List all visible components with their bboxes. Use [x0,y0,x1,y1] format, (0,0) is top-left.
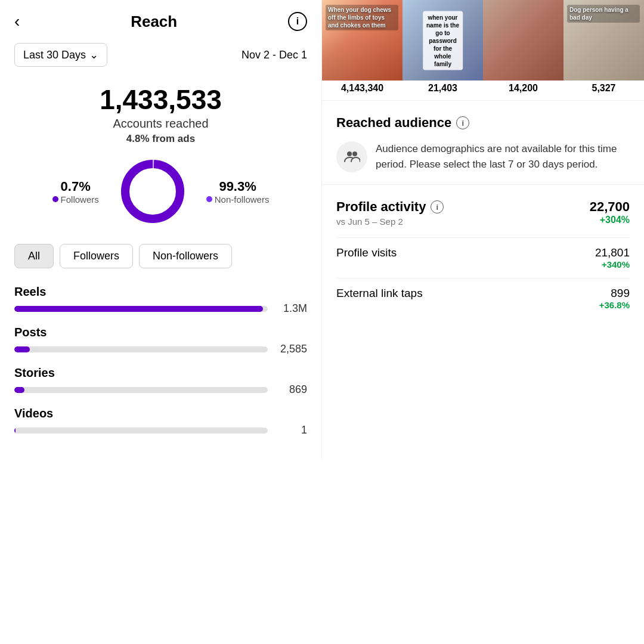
accounts-reached-section: 1,433,533 Accounts reached 4.8% from ads [14,83,307,145]
posts-bar-track [14,346,268,352]
videos-bar-track [14,428,268,434]
posts-label: Posts [14,326,307,339]
svg-point-4 [352,151,357,156]
activity-header: Profile activity i vs Jun 5 – Sep 2 22,7… [336,199,630,227]
filter-tabs: All Followers Non-followers [14,244,307,268]
info-icon[interactable]: i [288,12,307,31]
content-section: Reels 1.3M Posts 2,585 Stories [14,285,307,436]
tab-all[interactable]: All [14,244,54,268]
reached-audience-section: Reached audience i Audience demographics… [322,101,644,185]
videos-label: Videos [14,407,307,420]
post-item-4[interactable]: Dog person having a bad day 5,327 Oct 14 [564,0,644,100]
external-link-taps-pct: +36.8% [599,300,630,310]
content-row-reels: Reels 1.3M [14,285,307,315]
chevron-down-icon: ⌄ [89,48,98,61]
reached-audience-info-icon[interactable]: i [456,116,469,129]
accounts-reached-number: 1,433,533 [14,83,307,116]
content-row-posts: Posts 2,585 [14,326,307,355]
demographics-message: Audience demographics are not available … [336,141,630,172]
stories-value: 869 [274,383,307,396]
external-link-taps-label: External link taps [336,287,423,300]
activity-total: 22,700 +304% [590,199,630,225]
nonfollowers-stat: 99.3% Non-followers [206,179,270,205]
header: ‹ Reach i [14,12,307,31]
activity-total-number: 22,700 [590,199,630,215]
videos-value: 1 [274,424,307,436]
post-item-2[interactable]: when your name is the go to password for… [402,0,483,100]
followers-stat: 0.7% Followers [52,179,99,205]
top-posts-row: When your dog chews off the limbs of toy… [322,0,644,101]
content-row-videos: Videos 1 [14,407,307,436]
reels-bar-fill [14,306,263,312]
stories-label: Stories [14,366,307,380]
post-item-3[interactable]: 14,200 Sep 19 [483,0,564,100]
post-item-1[interactable]: When your dog chews off the limbs of toy… [322,0,402,100]
svg-point-1 [125,164,180,219]
profile-activity-section: Profile activity i vs Jun 5 – Sep 2 22,7… [322,185,644,330]
vs-label: vs Jun 5 – Sep 2 [336,216,444,227]
date-dropdown[interactable]: Last 30 Days ⌄ [14,43,107,67]
reels-bar-track [14,306,268,312]
activity-total-pct: +304% [590,215,630,225]
followers-label: Followers [52,194,99,205]
followers-pct: 0.7% [52,179,99,194]
post1-count: 4,143,340 [335,81,389,95]
demographics-text: Audience demographics are not available … [376,141,630,172]
posts-value: 2,585 [274,343,307,355]
post2-count: 21,403 [422,81,463,95]
post4-count: 5,327 [586,81,621,95]
date-range: Nov 2 - Dec 1 [242,49,307,61]
nonfollowers-label: Non-followers [206,194,270,205]
activity-info-icon[interactable]: i [431,200,444,213]
date-row: Last 30 Days ⌄ Nov 2 - Dec 1 [14,43,307,67]
stories-bar-track [14,387,268,393]
tab-followers[interactable]: Followers [60,244,133,268]
reels-label: Reels [14,285,307,299]
people-icon [336,141,367,172]
nonfollowers-dot [206,196,212,202]
profile-visits-pct: +340% [595,259,630,270]
posts-bar-fill [14,346,30,352]
ads-label: 4.8% from ads [14,133,307,145]
profile-visits-number: 21,801 [595,246,630,259]
activity-row-external-links: External link taps 899 +36.8% [336,278,630,318]
external-link-taps-number: 899 [599,287,630,300]
videos-bar-fill [14,428,16,434]
svg-point-3 [347,151,352,156]
post3-count: 14,200 [503,81,544,95]
followers-dot [52,196,58,202]
tab-nonfollowers[interactable]: Non-followers [139,244,232,268]
post1-overlay: When your dog chews off the limbs of toy… [326,5,398,30]
content-row-stories: Stories 869 [14,366,307,396]
stories-bar-fill [14,387,24,393]
accounts-reached-label: Accounts reached [14,117,307,131]
back-button[interactable]: ‹ [14,13,20,30]
donut-section: 0.7% Followers 99.3% [14,156,307,227]
post4-overlay: Dog person having a bad day [567,5,640,23]
profile-visits-label: Profile visits [336,246,397,259]
external-link-taps-values: 899 +36.8% [599,287,630,310]
profile-visits-values: 21,801 +340% [595,246,630,270]
activity-row-profile-visits: Profile visits 21,801 +340% [336,237,630,278]
page-title: Reach [131,13,177,31]
reels-value: 1.3M [274,302,307,315]
reached-audience-title: Reached audience i [336,115,630,131]
donut-chart [117,156,188,227]
nonfollowers-pct: 99.3% [206,179,270,194]
post2-overlay: when your name is the go to password for… [423,11,463,70]
activity-title: Profile activity i [336,199,444,215]
